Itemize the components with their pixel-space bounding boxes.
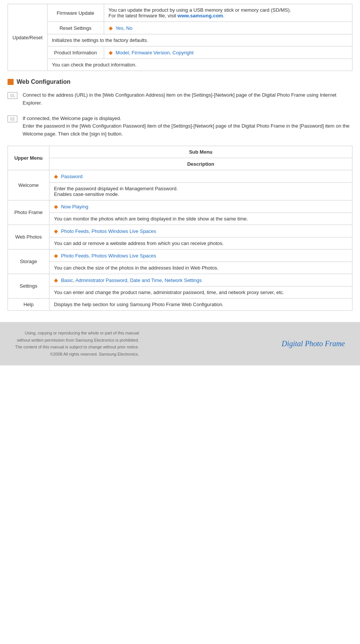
storage-bullet-row: Storage ◆ Photo Feeds, Photos Windows Li… — [8, 249, 352, 262]
step-2-line1: If connected, the Welcome page is displa… — [23, 115, 352, 123]
step-2-content: If connected, the Welcome page is displa… — [23, 115, 352, 138]
product-info-content: ◆ Model, Firmware Version, Copyright — [104, 46, 352, 59]
web-photos-bullet-cell: ◆ Photo Feeds, Photos Windows Live Space… — [49, 225, 352, 237]
photo-frame-bullet-row: Photo Frame ◆ Now Playing — [8, 200, 352, 213]
bullet-icon: ◆ — [109, 25, 113, 31]
steps-container: 01 Connect to the address (URL) in the [… — [8, 91, 352, 138]
welcome-desc-row: Enter the password displayed in Manageme… — [8, 182, 352, 200]
web-config-table: Upper Menu Sub Menu Description Welcome … — [8, 146, 352, 311]
firmware-text: You can update the product by using a US… — [109, 7, 291, 13]
reset-settings-content: ◆ Yes, No — [104, 22, 352, 34]
storage-description: You can check the size of the photos in … — [49, 262, 352, 274]
firmware-update-label: Firmware Update — [47, 4, 104, 22]
reset-settings-description: Initializes the settings to the factory … — [47, 34, 352, 46]
photo-frame-description: You can monitor the photos which are bei… — [49, 213, 352, 225]
settings-bullet-cell: ◆ Basic, Administrator Password, Date an… — [49, 274, 352, 286]
help-description: Displays the help section for using Sams… — [49, 298, 352, 310]
web-config-section-header: Web Configuration — [8, 79, 352, 85]
footer-left-text: Using, copying or reproducing the whole … — [15, 330, 139, 358]
update-reset-table: Update/Reset Firmware Update You can upd… — [8, 4, 352, 71]
update-reset-header: Update/Reset — [8, 4, 48, 71]
firmware-update-content: You can update the product by using a US… — [104, 4, 352, 22]
step-2-line2: Enter the password in the [Web Configura… — [23, 122, 352, 138]
bullet-icon: ◆ — [54, 228, 58, 234]
footer: Using, copying or reproducing the whole … — [0, 322, 360, 365]
reset-settings-label: Reset Settings — [47, 22, 104, 34]
storage-bullet-cell: ◆ Photo Feeds, Photos Windows Live Space… — [49, 249, 352, 262]
bullet-icon-2: ◆ — [109, 49, 113, 55]
upper-menu-header: Upper Menu — [8, 146, 49, 170]
welcome-menu: Welcome — [8, 170, 49, 200]
settings-bullet-row: Settings ◆ Basic, Administrator Password… — [8, 274, 352, 286]
firmware-link-text: For the latest firmware file, visit — [109, 13, 178, 18]
web-photos-description: You can add or remove a website address … — [49, 237, 352, 249]
now-playing-link[interactable]: Now Playing — [61, 204, 88, 210]
web-photos-desc-row: You can add or remove a website address … — [8, 237, 352, 249]
yes-no-link[interactable]: Yes, No — [115, 25, 132, 31]
help-row: Help Displays the help section for using… — [8, 298, 352, 310]
sub-menu-header: Sub Menu — [49, 146, 352, 158]
photo-frame-bullet-cell: ◆ Now Playing — [49, 200, 352, 213]
welcome-bullet-cell: ◆ Password — [49, 170, 352, 182]
product-info-label: Product Information — [47, 46, 104, 59]
settings-menu: Settings — [8, 274, 49, 298]
step-1: 01 Connect to the address (URL) in the [… — [8, 91, 352, 107]
step-1-number: 01 — [8, 92, 17, 99]
web-photos-link[interactable]: Photo Feeds, Photos Windows Live Spaces — [61, 228, 156, 234]
help-menu: Help — [8, 298, 49, 310]
web-photos-menu: Web Photos — [8, 225, 49, 249]
settings-link[interactable]: Basic, Administrator Password, Date and … — [61, 277, 202, 283]
step-2-number: 02 — [8, 116, 17, 122]
settings-desc-row: You can enter and change the product nam… — [8, 286, 352, 298]
footer-brand: Digital Photo Frame — [282, 339, 345, 348]
step-1-content: Connect to the address (URL) in the [Web… — [23, 91, 352, 107]
web-photos-bullet-row: Web Photos ◆ Photo Feeds, Photos Windows… — [8, 225, 352, 237]
settings-description: You can enter and change the product nam… — [49, 286, 352, 298]
welcome-bullet-row: Welcome ◆ Password — [8, 170, 352, 182]
description-header: Description — [49, 158, 352, 170]
welcome-description: Enter the password displayed in Manageme… — [49, 182, 352, 200]
extra-space — [0, 365, 360, 498]
photo-frame-menu: Photo Frame — [8, 200, 49, 225]
product-info-description: You can check the product information. — [47, 59, 352, 71]
step-2: 02 If connected, the Welcome page is dis… — [8, 115, 352, 138]
samsung-link[interactable]: www.samsung.com — [177, 13, 223, 18]
storage-desc-row: You can check the size of the photos in … — [8, 262, 352, 274]
bullet-icon: ◆ — [54, 277, 58, 283]
bullet-icon: ◆ — [54, 173, 58, 179]
section-icon — [8, 79, 14, 85]
bullet-icon: ◆ — [54, 203, 58, 210]
photo-frame-desc-row: You can monitor the photos which are bei… — [8, 213, 352, 225]
storage-link[interactable]: Photo Feeds, Photos Windows Live Spaces — [61, 253, 156, 259]
storage-menu: Storage — [8, 249, 49, 274]
product-info-link[interactable]: Model, Firmware Version, Copyright — [115, 50, 194, 55]
password-link[interactable]: Password — [61, 174, 83, 179]
section-title: Web Configuration — [17, 79, 71, 85]
bullet-icon: ◆ — [54, 253, 58, 259]
